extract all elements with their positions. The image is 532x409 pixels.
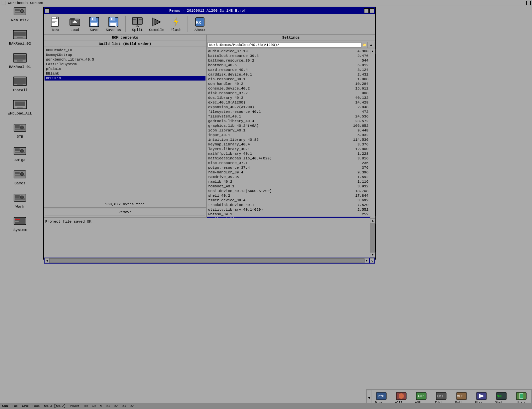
module-list-item[interactable]: ram-handler_39.49.396: [207, 170, 370, 175]
sidebar-item-amiga[interactable]: Amiga: [7, 144, 33, 162]
sidebar-item-5tb[interactable]: 5TB: [7, 121, 33, 139]
sidebar-item-bakreal-01[interactable]: BAKReal_01: [7, 51, 33, 69]
build-list-item[interactable]: FastFileSystem: [45, 62, 205, 67]
sidebar-item-install[interactable]: Install: [7, 74, 33, 92]
sidebar-item-system[interactable]: System: [7, 214, 33, 232]
module-list-item[interactable]: misc.resource_37.1236: [207, 161, 370, 165]
build-list-item[interactable]: BPPCFix: [45, 76, 205, 81]
module-list-item[interactable]: card.resource_40.43.124: [207, 68, 370, 72]
path-field[interactable]: Work:Remus/Modules/40.68(A1200)/: [207, 42, 361, 48]
module-list-item[interactable]: wbtask_39.1252: [207, 212, 370, 217]
module-list-item[interactable]: intuition.library_40.85114.536: [207, 137, 370, 142]
scroll-up-btn[interactable]: ▲: [370, 49, 375, 54]
load-button[interactable]: Load: [66, 15, 84, 33]
new-button[interactable]: New: [47, 15, 65, 33]
svg-rect-9: [14, 55, 26, 60]
module-list-item[interactable]: bootmenu_40.55.812: [207, 63, 370, 68]
module-list-item[interactable]: ramlib_40.21.116: [207, 179, 370, 184]
module-list-item[interactable]: cia.resource_39.11.068: [207, 77, 370, 82]
module-list-item[interactable]: timer.device_39.43.692: [207, 198, 370, 203]
flash-button[interactable]: Flash: [167, 15, 185, 33]
module-list-item[interactable]: keymap.library_40.43.376: [207, 142, 370, 147]
module-size: 3.376: [342, 142, 368, 146]
module-list-item[interactable]: exec_40.10(A1200)14.428: [207, 100, 370, 105]
module-list-item[interactable]: expansion_40.2(A1200)2.848: [207, 105, 370, 109]
module-list-item[interactable]: battclock.resource_39.32.476: [207, 54, 370, 58]
module-list-item[interactable]: potgo.resource_37.4376: [207, 165, 370, 170]
module-list-item[interactable]: filesystem_40.124.536: [207, 114, 370, 119]
module-list-item[interactable]: scsi.device_40.12(A600-A1200)18.708: [207, 189, 370, 193]
build-list-item[interactable]: ROMHeader_E0: [45, 48, 205, 53]
flash-icon: [170, 16, 182, 28]
build-list-item[interactable]: BBlank: [45, 71, 205, 76]
bakreal-02-label: BAKReal_02: [9, 42, 31, 46]
module-list-item[interactable]: con-handler_40.210.284: [207, 82, 370, 86]
module-list-item[interactable]: mathieeesingbas.lib_40.4(020)3.816: [207, 156, 370, 161]
taskbar-toggle-btn[interactable]: ◀: [366, 390, 371, 405]
status-clock: 59.3 [59.2]: [44, 404, 66, 408]
module-list-item[interactable]: ramdrive_39.351.592: [207, 175, 370, 179]
module-list-item[interactable]: dos.library_40.340.132: [207, 96, 370, 100]
arexx-button[interactable]: Rx ARexx: [191, 15, 209, 33]
svg-text:DIR: DIR: [378, 395, 384, 398]
window-resize-btn[interactable]: ↘: [370, 258, 374, 263]
svg-rect-37: [15, 221, 19, 222]
build-list-item[interactable]: DummyCDstrap: [45, 53, 205, 57]
module-name: carddisk.device_40.1: [208, 73, 342, 77]
module-list-item[interactable]: shell_40.217.844: [207, 193, 370, 198]
app-close-btn[interactable]: [45, 8, 50, 13]
log-scroll-down[interactable]: ▼: [370, 252, 375, 258]
compile-button[interactable]: Compile: [148, 15, 166, 33]
log-scroll-up[interactable]: ▲: [370, 218, 375, 224]
split-button[interactable]: Split: [128, 15, 146, 33]
module-name: filesystem.resource_40.1: [208, 110, 342, 114]
module-list-item[interactable]: console.device_40.215.612: [207, 86, 370, 91]
module-size: 9.396: [342, 170, 368, 174]
shel-icon: SHL: [495, 390, 507, 401]
app-title: Remus - 20190612_A1200_3x_1MB_B.rpf: [51, 9, 364, 13]
arexx-icon: Rx: [194, 16, 206, 28]
module-list-item[interactable]: layers.library_40.112.800: [207, 147, 370, 151]
module-list-item[interactable]: carddisk.device_40.12.432: [207, 72, 370, 77]
module-list-item[interactable]: graphics.lib_40.24(AGA)106.652: [207, 123, 370, 128]
hscroll-track[interactable]: [49, 258, 364, 263]
module-list-item[interactable]: battmem.resource_39.2544: [207, 58, 370, 63]
sidebar-item-games[interactable]: Games: [7, 167, 33, 185]
hscroll-left-btn[interactable]: ◀: [45, 258, 49, 263]
module-list-item[interactable]: disk.resource_37.2908: [207, 91, 370, 96]
module-list-item[interactable]: input_40.15.932: [207, 133, 370, 137]
status-n: N: [100, 404, 102, 408]
edit-icon: EDI: [435, 390, 447, 401]
remove-button[interactable]: Remove: [45, 209, 205, 216]
workbench-maximize-btn[interactable]: [526, 1, 531, 5]
hscroll-right-btn[interactable]: ▶: [364, 258, 369, 263]
log-area: Project file saved OK ▲ ▼: [44, 218, 375, 258]
dire-icon: DIR: [375, 390, 387, 401]
system-label: System: [13, 228, 27, 232]
module-list-item[interactable]: audio.device_37.104.360: [207, 49, 370, 54]
module-list-item[interactable]: utility.library_40.1(020)2.552: [207, 207, 370, 212]
sidebar-item-ram-disk[interactable]: Ram Disk: [7, 4, 33, 22]
path-up-btn[interactable]: ▲: [368, 42, 374, 48]
module-list-item[interactable]: trackdisk.device_40.17.520: [207, 203, 370, 207]
sidebar-item-work[interactable]: Work: [7, 191, 33, 209]
path-open-btn[interactable]: 📁: [361, 42, 368, 48]
save-as-button[interactable]: A Save as: [104, 15, 122, 33]
module-list-item[interactable]: mathffp.library_40.11.228: [207, 151, 370, 156]
build-list-item[interactable]: Workbench.library_40.5: [45, 57, 205, 62]
build-list-item[interactable]: pfs3aio: [45, 67, 205, 71]
module-size: 1.592: [342, 175, 368, 179]
save-button[interactable]: Save: [85, 15, 103, 33]
module-list-item[interactable]: filesystem.resource_40.1472: [207, 109, 370, 114]
sidebar-item-bakreal-02[interactable]: BAKReal_02: [7, 28, 33, 46]
app-maximize-btn[interactable]: [369, 8, 374, 13]
save-as-label: Save as: [106, 28, 121, 32]
module-list-item[interactable]: romboot_40.13.932: [207, 184, 370, 189]
right-scrollbar[interactable]: ▲ ▼: [370, 49, 375, 221]
sidebar-item-whdload-all[interactable]: WHDLoad_ALL: [7, 98, 33, 115]
play-icon: [475, 390, 487, 401]
module-list-item[interactable]: gadtools.library_40.423.572: [207, 119, 370, 123]
new-label: New: [52, 28, 59, 32]
app-minimize-btn[interactable]: [364, 8, 369, 13]
module-list-item[interactable]: icon.library_40.19.448: [207, 128, 370, 133]
